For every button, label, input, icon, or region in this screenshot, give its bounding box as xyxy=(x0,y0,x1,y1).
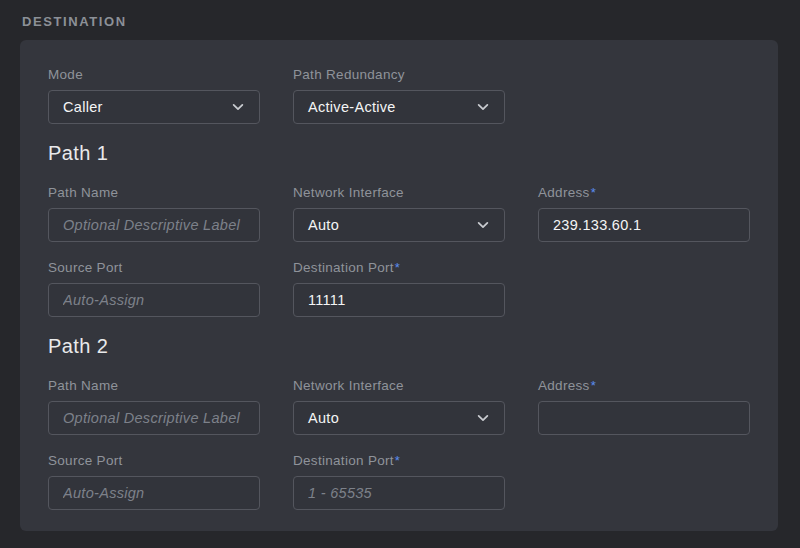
path-1-address-field: Address* xyxy=(538,185,750,242)
path-1-destination-port-input[interactable] xyxy=(293,283,505,317)
path-2-network-interface-field: Network Interface Auto xyxy=(293,378,505,435)
path-1-address-label: Address* xyxy=(538,185,750,200)
destination-section-title: DESTINATION xyxy=(22,14,800,29)
path-2-destination-port-input[interactable] xyxy=(293,476,505,510)
path-1-main-row: Path Name Network Interface Auto Address… xyxy=(48,185,752,242)
path-2-address-label: Address* xyxy=(538,378,750,393)
path-1-title: Path 1 xyxy=(48,142,752,165)
path-1-port-row: Source Port Destination Port* xyxy=(48,260,752,317)
required-asterisk: * xyxy=(395,453,400,468)
path-2-address-field: Address* xyxy=(538,378,750,435)
path-redundancy-select-value: Active-Active xyxy=(308,99,396,115)
path-2-source-port-field: Source Port xyxy=(48,453,260,510)
path-2-network-interface-value: Auto xyxy=(308,410,339,426)
chevron-down-icon xyxy=(476,100,490,114)
path-2-source-port-input[interactable] xyxy=(48,476,260,510)
path-1-name-label: Path Name xyxy=(48,185,260,200)
path-2-name-label: Path Name xyxy=(48,378,260,393)
destination-panel: Mode Caller Path Redundancy Active-Activ… xyxy=(20,40,778,531)
path-2-name-field: Path Name xyxy=(48,378,260,435)
path-1-name-field: Path Name xyxy=(48,185,260,242)
path-1-network-interface-select[interactable]: Auto xyxy=(293,208,505,242)
path-2-destination-port-label: Destination Port* xyxy=(293,453,505,468)
path-1-destination-port-field: Destination Port* xyxy=(293,260,505,317)
path-redundancy-label: Path Redundancy xyxy=(293,67,505,82)
path-1-source-port-label: Source Port xyxy=(48,260,260,275)
path-1-network-interface-label: Network Interface xyxy=(293,185,505,200)
path-1-address-input[interactable] xyxy=(538,208,750,242)
mode-label: Mode xyxy=(48,67,260,82)
mode-select-value: Caller xyxy=(63,99,103,115)
path-1-source-port-field: Source Port xyxy=(48,260,260,317)
path-2-port-row: Source Port Destination Port* xyxy=(48,453,752,510)
path-2-source-port-label: Source Port xyxy=(48,453,260,468)
mode-row: Mode Caller Path Redundancy Active-Activ… xyxy=(48,67,752,124)
path-2-title: Path 2 xyxy=(48,335,752,358)
path-2-main-row: Path Name Network Interface Auto Address… xyxy=(48,378,752,435)
chevron-down-icon xyxy=(231,100,245,114)
chevron-down-icon xyxy=(476,411,490,425)
required-asterisk: * xyxy=(395,260,400,275)
chevron-down-icon xyxy=(476,218,490,232)
required-asterisk: * xyxy=(591,185,596,200)
path-1-name-input[interactable] xyxy=(48,208,260,242)
path-redundancy-select[interactable]: Active-Active xyxy=(293,90,505,124)
path-redundancy-field: Path Redundancy Active-Active xyxy=(293,67,505,124)
required-asterisk: * xyxy=(591,378,596,393)
path-2-address-input[interactable] xyxy=(538,401,750,435)
path-2-network-interface-select[interactable]: Auto xyxy=(293,401,505,435)
path-2-destination-port-field: Destination Port* xyxy=(293,453,505,510)
path-1-source-port-input[interactable] xyxy=(48,283,260,317)
mode-select[interactable]: Caller xyxy=(48,90,260,124)
path-2-network-interface-label: Network Interface xyxy=(293,378,505,393)
path-1-network-interface-field: Network Interface Auto xyxy=(293,185,505,242)
path-1-destination-port-label: Destination Port* xyxy=(293,260,505,275)
path-1-network-interface-value: Auto xyxy=(308,217,339,233)
path-2-name-input[interactable] xyxy=(48,401,260,435)
mode-field: Mode Caller xyxy=(48,67,260,124)
